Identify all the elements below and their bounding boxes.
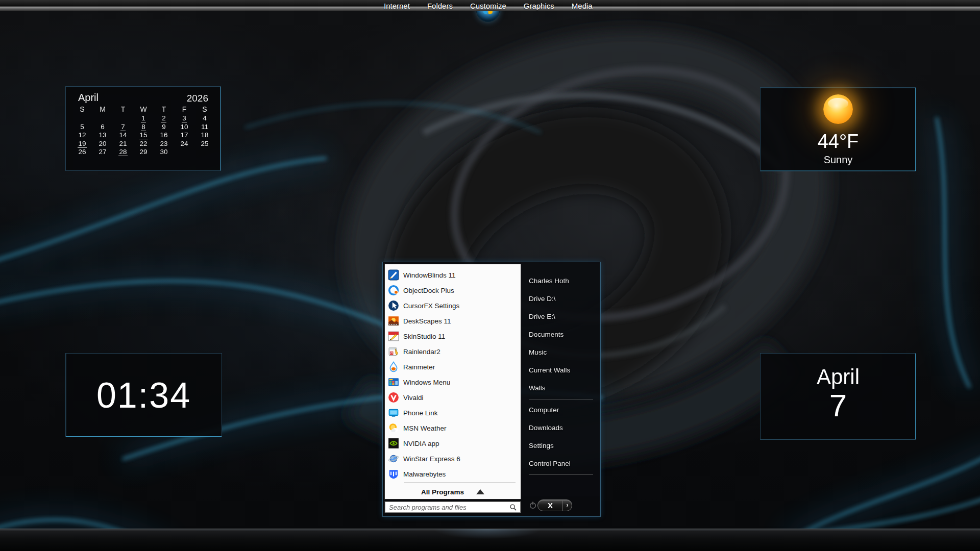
calendar-date: 17 [174,131,194,140]
start-menu-item-cursorfx-settings[interactable]: CursorFX Settings [385,298,521,313]
calendar-week-row: 2627282930 [72,148,215,157]
shutdown-options-arrow[interactable]: › [562,500,572,511]
calendar-date: 9 [154,123,174,132]
date-widget-day: 7 [761,390,916,421]
calendar-week-row: 1234 [72,114,215,123]
all-programs-label: All Programs [421,488,464,496]
start-menu-item-nvidia-app[interactable]: NVIDIA app [385,436,521,451]
weather-temperature: 44°F [761,131,916,153]
calendar-day-header: F [174,105,194,114]
calendar-date: 12 [72,131,92,140]
calendar-date: 1 [133,114,154,123]
triangle-up-icon [476,489,484,494]
start-menu-item-objectdock-plus[interactable]: ObjectDock Plus [385,283,521,298]
menubar-item-folders[interactable]: Folders [427,2,453,10]
start-right-item-control-panel[interactable]: Control Panel [522,455,600,472]
all-programs-button[interactable]: All Programs [385,485,521,498]
calendar-day-header: T [113,105,133,114]
start-menu-item-malwarebytes[interactable]: Malwarebytes [385,466,521,482]
calendar-date: 5 [72,123,92,132]
top-menubar: InternetFoldersCustomizeGraphicsMedia [0,0,980,11]
windows-menu-icon [388,377,399,388]
calendar-day-header: S [72,105,92,114]
weather-widget: 44°F Sunny [760,87,916,171]
start-menu-item-vivaldi[interactable]: Vivaldi [385,390,521,405]
start-menu-item-rainlendar2[interactable]: 25Rainlendar2 [385,344,521,359]
calendar-date: 6 [92,123,113,132]
calendar-date: 26 [72,148,92,157]
start-right-item-current-walls[interactable]: Current Walls [522,361,600,379]
calendar-date: 25 [194,140,215,148]
menubar-item-graphics[interactable]: Graphics [524,2,554,10]
start-menu-item-label: MSN Weather [403,424,447,432]
calendar-day-header: S [194,105,215,114]
calendar-year: 2026 [187,93,208,104]
calendar-date: 7 [113,123,133,132]
calendar-date: 16 [154,131,174,140]
menubar-item-internet[interactable]: Internet [384,2,410,10]
menubar-items: InternetFoldersCustomizeGraphicsMedia [384,0,593,11]
start-menu-item-label: WinStar Express 6 [403,455,460,463]
start-menu-item-windows-menu[interactable]: Windows Menu [385,374,521,390]
calendar-date: 19 [72,140,92,148]
calendar-grid: 1234567891011121314151617181920212223242… [72,114,215,157]
winstar-icon [388,453,399,464]
start-right-item-music[interactable]: Music [522,343,600,361]
start-right-item-documents[interactable]: Documents [522,325,600,343]
start-menu-item-label: Phone Link [403,409,438,417]
calendar-table: SMTWTFS 12345678910111213141516171819202… [72,105,215,157]
malwarebytes-icon [388,468,399,480]
svg-text:25: 25 [390,352,393,355]
start-right-item-charles-hoth[interactable]: Charles Hoth [522,272,600,290]
calendar-date: 10 [174,123,194,132]
start-right-item-walls[interactable]: Walls [522,379,600,397]
start-menu-item-msn-weather[interactable]: MSN Weather [385,420,521,436]
calendar-date: 2 [154,114,174,123]
start-right-item-downloads[interactable]: Downloads [522,419,600,437]
shutdown-button-label: X [538,500,562,511]
start-right-item-computer[interactable]: Computer [522,401,600,419]
start-menu-item-deskscapes-11[interactable]: DeskScapes 11 [385,313,521,329]
start-menu-item-windowblinds-11[interactable]: WindowBlinds 11 [385,267,521,283]
calendar-week-row: 567891011 [72,123,215,132]
start-menu-item-label: SkinStudio 11 [403,333,445,340]
start-menu-item-winstar-express-6[interactable]: WinStar Express 6 [385,451,521,466]
menubar-item-customize[interactable]: Customize [470,2,506,10]
start-menu-item-rainmeter[interactable]: Rainmeter [385,359,521,374]
start-menu-right-panel-items: Charles HothDrive D:\Drive E:\DocumentsM… [522,264,600,475]
calendar-date: 28 [113,148,133,157]
start-right-item-drive-d[interactable]: Drive D:\ [522,290,600,308]
start-menu-item-label: Rainmeter [403,363,435,371]
nvidia-icon [388,438,399,449]
start-menu-item-phone-link[interactable]: Phone Link [385,405,521,420]
calendar-date [92,114,113,123]
calendar-date: 22 [133,140,154,148]
power-icon[interactable] [529,501,537,509]
calendar-date: 20 [92,140,113,148]
date-widget: April 7 [760,353,916,440]
start-menu-item-label: WindowBlinds 11 [403,271,456,279]
rainmeter-icon [388,361,399,372]
calendar-date: 3 [174,114,194,123]
shutdown-button[interactable]: X › [537,499,572,511]
calendar-date: 8 [133,123,154,132]
start-right-item-drive-e[interactable]: Drive E:\ [522,308,600,325]
sun-icon [823,94,853,124]
start-menu-item-label: Malwarebytes [403,470,446,478]
start-menu-item-label: Windows Menu [403,379,450,386]
calendar-date: 18 [194,131,215,140]
rainlendar-icon: 25 [388,346,399,357]
vivaldi-icon [388,392,399,403]
start-menu-item-skinstudio-11[interactable]: SkinStudio 11 [385,329,521,344]
calendar-day-header: W [133,105,154,114]
calendar-date: 27 [92,148,113,157]
start-right-item-settings[interactable]: Settings [522,437,600,455]
separator [529,474,593,475]
weather-condition: Sunny [761,154,916,166]
calendar-date: 14 [113,131,133,140]
start-menu-program-list: WindowBlinds 11ObjectDock PlusCursorFX S… [385,267,521,482]
calendar-date: 4 [194,114,215,123]
menubar-item-media[interactable]: Media [572,2,593,10]
objectdock-icon [388,285,399,296]
clock-widget: 01:34 [65,353,222,437]
